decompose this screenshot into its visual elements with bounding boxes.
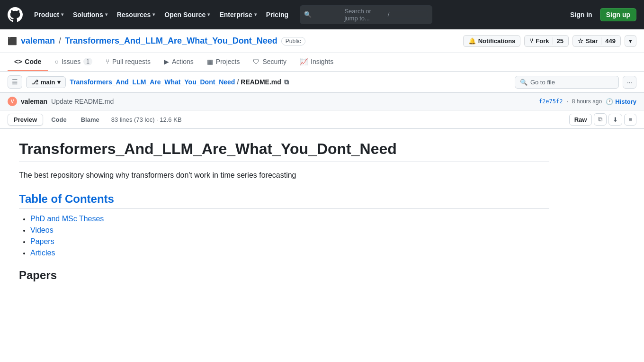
commit-meta: f2e75f2 · 8 hours ago 🕐 History [539,98,636,105]
star-count: 449 [601,37,616,45]
history-button[interactable]: 🕐 History [606,98,636,105]
tab-actions[interactable]: ▶ Actions [157,53,200,71]
more-button[interactable]: ▾ [625,35,636,47]
commit-time: 8 hours ago [572,98,602,105]
list-item: Articles [30,249,549,257]
file-meta: 83 lines (73 loc) · 12.6 KB [111,116,182,123]
tab-insights[interactable]: 📈 Insights [293,53,340,71]
visibility-badge: Public [281,37,305,45]
code-icon: <> [14,58,22,65]
nav-links: Product ▾ Solutions ▾ Resources ▾ Open S… [30,8,292,21]
preview-button[interactable]: Preview [8,114,43,126]
download-icon: ⬇ [613,116,618,123]
breadcrumb-repo-link[interactable]: Transformers_And_LLM_Are_What_You_Dont_N… [70,78,235,86]
tab-pullrequests[interactable]: ⑂ Pull requests [99,53,157,71]
nav-product[interactable]: Product ▾ [30,8,67,21]
projects-icon: ▦ [207,58,213,65]
commit-dot-separator: · [566,98,568,105]
blame-button[interactable]: Blame [75,114,106,126]
list-icon: ≡ [628,116,632,123]
list-item: Papers [30,237,549,246]
history-icon: 🕐 [606,98,613,105]
tab-issues[interactable]: ○ Issues 1 [48,53,99,71]
readme-title: Transformers_And_LLM_Are_What_You_Dont_N… [19,140,549,162]
star-icon: ☆ [578,37,583,45]
fork-count: 25 [553,37,564,45]
breadcrumb-file: README.md [241,78,281,86]
search-shortcut: / [385,10,428,19]
branch-selector[interactable]: ⎇ main ▾ [26,76,66,88]
chevron-down-icon: ▾ [207,12,210,17]
goto-file-input[interactable]: 🔍 Go to file [515,76,619,89]
security-icon: 🛡 [253,58,259,65]
fork-icon: ⑂ [529,37,533,45]
copy-path-icon[interactable]: ⧉ [284,78,289,86]
repo-actions: 🔔 Notifications ⑂ Fork 25 ☆ Star 449 ▾ [463,35,636,47]
toc-link-papers[interactable]: Papers [30,237,54,245]
nav-solutions[interactable]: Solutions ▾ [69,8,111,21]
breadcrumb-separator: / [59,36,61,46]
chevron-down-icon: ▾ [152,12,155,17]
nav-enterprise[interactable]: Enterprise ▾ [215,8,260,21]
toc-link-phd[interactable]: PhD and MSc Theses [30,215,104,223]
fork-button[interactable]: ⑂ Fork 25 [524,35,569,47]
repo-owner-link[interactable]: valeman [21,36,55,46]
notifications-button[interactable]: 🔔 Notifications [463,35,521,47]
toc-list: PhD and MSc Theses Videos Papers Article… [19,215,549,257]
signup-button[interactable]: Sign up [600,8,636,21]
raw-button[interactable]: Raw [569,114,592,126]
breadcrumb: Transformers_And_LLM_Are_What_You_Dont_N… [70,78,289,86]
nav-resources[interactable]: Resources ▾ [113,8,159,21]
copy-icon: ⧉ [598,116,602,123]
star-button[interactable]: ☆ Star 449 [572,35,621,47]
tab-security[interactable]: 🛡 Security [246,53,293,71]
list-view-button[interactable]: ≡ [624,114,636,126]
download-button[interactable]: ⬇ [608,114,622,126]
chevron-down-icon: ▾ [254,12,257,17]
nav-pricing[interactable]: Pricing [262,8,292,21]
file-nav-more-button[interactable]: ··· [623,76,636,89]
commit-row: V valeman Update README.md f2e75f2 · 8 h… [0,93,644,110]
signin-button[interactable]: Sign in [566,9,596,21]
file-nav: ☰ ⎇ main ▾ Transformers_And_LLM_Are_What… [0,72,644,93]
chevron-down-icon: ▾ [57,79,61,86]
top-nav: Product ▾ Solutions ▾ Resources ▾ Open S… [0,0,644,29]
branch-icon: ⎇ [31,79,38,86]
list-item: Videos [30,226,549,235]
repo-name-link[interactable]: Transformers_And_LLM_Are_What_You_Dont_N… [65,36,277,46]
readme-intro: The best repository showing why transfor… [19,170,549,181]
toolbar-actions: Raw ⧉ ⬇ ≡ [569,113,636,126]
insights-icon: 📈 [300,58,308,65]
commit-author[interactable]: valeman [21,98,47,105]
commit-message: Update README.md [51,98,114,105]
papers-section-title: Papers [19,269,549,285]
breadcrumb-separator: / [237,78,239,86]
copy-raw-button[interactable]: ⧉ [594,113,607,126]
list-item: PhD and MSc Theses [30,215,549,223]
chevron-down-icon: ▾ [105,12,107,17]
issues-badge: 1 [83,58,92,65]
readme-content: Transformers_And_LLM_Are_What_You_Dont_N… [0,129,568,312]
toc-link-articles[interactable]: Articles [30,249,55,257]
github-logo[interactable] [8,7,23,22]
content-toolbar: Preview Code Blame 83 lines (73 loc) · 1… [0,110,644,129]
tab-projects[interactable]: ▦ Projects [200,53,247,71]
tab-nav: <> Code ○ Issues 1 ⑂ Pull requests ▶ Act… [0,53,644,72]
top-nav-right: Sign in Sign up [566,8,636,21]
code-button[interactable]: Code [45,114,73,126]
search-bar[interactable]: 🔍 Search or jump to... / [300,5,432,24]
repo-header: ⬛ valeman / Transformers_And_LLM_Are_Wha… [0,29,644,53]
search-icon: 🔍 [304,11,341,18]
chevron-down-icon: ▾ [61,12,63,17]
sidebar-icon: ☰ [12,78,18,86]
bell-icon: 🔔 [468,37,476,45]
pr-icon: ⑂ [106,58,109,65]
avatar: V [8,97,17,106]
toc-title[interactable]: Table of Contents [19,192,549,209]
actions-icon: ▶ [164,58,169,65]
commit-hash[interactable]: f2e75f2 [539,98,563,105]
tab-code[interactable]: <> Code [8,53,48,71]
sidebar-toggle-button[interactable]: ☰ [8,75,22,89]
toc-link-videos[interactable]: Videos [30,226,54,234]
nav-opensource[interactable]: Open Source ▾ [161,8,214,21]
